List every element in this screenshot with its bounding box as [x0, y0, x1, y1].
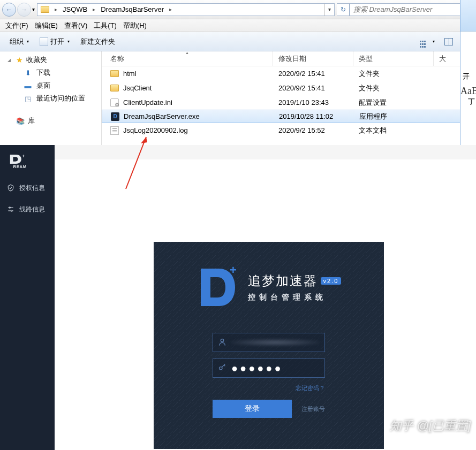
navigation-pane: ◢★收藏夹 ⬇下载 ▬桌面 ◳最近访问的位置 📚库	[0, 51, 102, 145]
column-name[interactable]: 名称▲	[102, 51, 273, 66]
svg-text:+: +	[22, 154, 25, 159]
svg-line-12	[224, 365, 225, 366]
search-box[interactable]: 🔍	[350, 3, 473, 16]
file-name: JsqLog20200902.log	[123, 126, 188, 134]
folder-icon	[110, 85, 119, 91]
file-date: 2020/9/2 15:41	[273, 84, 353, 92]
refresh-icon: ↻	[341, 6, 346, 13]
open-icon	[40, 37, 48, 46]
download-icon: ⬇	[24, 68, 32, 77]
preview-pane-toggle[interactable]	[441, 36, 457, 48]
svg-text:+: +	[230, 263, 237, 277]
organize-menu[interactable]: 组织▾	[4, 35, 34, 49]
register-link[interactable]: 注册账号	[301, 405, 325, 413]
file-row[interactable]: html2020/9/2 15:41文件夹	[102, 66, 476, 81]
svg-point-9	[221, 339, 223, 341]
column-type[interactable]: 类型	[353, 51, 434, 66]
username-value-redacted	[231, 339, 319, 346]
right-label-open: 开	[460, 70, 476, 83]
folder-icon	[41, 6, 49, 13]
sidebar-item-auth[interactable]: 授权信息	[0, 177, 55, 199]
address-dropdown[interactable]: ▾	[324, 4, 334, 16]
key-icon	[213, 363, 231, 373]
chevron-right-icon: ▸	[52, 6, 59, 12]
file-list: 名称▲ 修改日期 类型 大 html2020/9/2 15:41文件夹JsqCl…	[102, 51, 476, 145]
version-badge: v2.0	[321, 277, 342, 285]
address-bar[interactable]: ▸ JSQWB ▸ DreamJsqBarServer ▸ ▾	[37, 3, 335, 16]
app-logo: +	[197, 263, 239, 311]
desktop-icon: ▬	[24, 81, 32, 90]
pane-icon	[444, 38, 453, 45]
sidebar-item-route[interactable]: 线路信息	[0, 199, 55, 220]
svg-point-7	[11, 210, 12, 211]
menu-item[interactable]: 帮助(H)	[120, 20, 150, 32]
menu-item[interactable]: 工具(T)	[90, 20, 120, 32]
login-panel: + 追梦加速器v2.0 控制台管理系统 ●●●●●● 忘记密码？ 登录 注册账号	[154, 242, 384, 449]
dream-logo: + REAM	[0, 145, 55, 177]
nav-desktop[interactable]: ▬桌面	[0, 79, 101, 92]
file-type: 文件夹	[353, 69, 434, 79]
file-type: 应用程序	[354, 112, 434, 121]
column-date[interactable]: 修改日期	[273, 51, 353, 66]
history-dropdown[interactable]: ▾	[32, 6, 35, 12]
watermark-text: 知乎 @[已重置]	[390, 418, 471, 434]
nav-libraries[interactable]: 📚库	[0, 115, 101, 127]
shield-icon	[6, 184, 15, 192]
refresh-button[interactable]: ↻	[337, 3, 350, 16]
star-icon: ★	[16, 56, 23, 64]
back-icon: ←	[6, 6, 12, 13]
file-type: 文件夹	[353, 83, 434, 93]
view-menu[interactable]: ▾	[416, 37, 439, 46]
file-row[interactable]: ClientUpdate.ini2019/1/10 23:43配置设置	[102, 95, 476, 110]
forgot-password-link[interactable]: 忘记密码？	[213, 384, 325, 392]
dream-sidebar: + REAM 授权信息 线路信息	[0, 145, 55, 450]
breadcrumb-seg-1[interactable]: JSQWB	[59, 4, 90, 16]
file-name: html	[123, 70, 137, 78]
style-preview: AaB	[460, 83, 476, 97]
password-field[interactable]: ●●●●●●	[213, 359, 325, 378]
file-type: 文本文档	[353, 126, 434, 135]
log-icon	[110, 126, 119, 135]
back-button[interactable]: ←	[2, 3, 16, 17]
new-folder-button[interactable]: 新建文件夹	[75, 35, 120, 49]
file-name: ClientUpdate.ini	[123, 98, 172, 106]
file-name: JsqClient	[123, 84, 152, 92]
login-title: 追梦加速器v2.0	[248, 272, 342, 289]
file-type: 配置设置	[353, 98, 434, 108]
sliders-icon	[6, 205, 15, 213]
forward-button[interactable]: →	[17, 3, 31, 17]
svg-point-6	[9, 207, 10, 208]
file-row[interactable]: JsqClient2020/9/2 15:41文件夹	[102, 81, 476, 95]
right-pane-fragment: 开 AaB 丁	[460, 0, 476, 145]
svg-point-10	[220, 367, 222, 369]
username-field[interactable]	[213, 333, 325, 352]
file-row[interactable]: JsqLog20200902.log2020/9/2 15:52文本文档	[102, 123, 476, 138]
breadcrumb-seg-2[interactable]: DreamJsqBarServer	[97, 4, 167, 16]
file-row[interactable]: DDreamJsqBarServer.exe2019/10/28 11:02应用…	[102, 110, 476, 123]
right-tab[interactable]	[460, 0, 476, 32]
search-input[interactable]	[350, 4, 459, 16]
forward-icon: →	[21, 6, 27, 13]
recent-icon: ◳	[24, 94, 32, 103]
exe-icon: D	[111, 112, 119, 121]
nav-downloads[interactable]: ⬇下载	[0, 66, 101, 79]
menu-item[interactable]: 编辑(E)	[32, 20, 61, 32]
nav-favorites[interactable]: ◢★收藏夹	[0, 54, 101, 66]
chevron-right-icon: ▸	[167, 6, 174, 12]
file-date: 2020/9/2 15:41	[273, 70, 353, 78]
folder-icon	[110, 70, 119, 77]
menu-item[interactable]: 文件(F)	[2, 20, 32, 32]
password-value: ●●●●●●	[231, 364, 283, 372]
login-button[interactable]: 登录	[213, 400, 292, 418]
file-date: 2019/1/10 23:43	[273, 98, 353, 106]
svg-text:REAM: REAM	[13, 164, 26, 169]
login-subtitle: 控制台管理系统	[248, 293, 342, 302]
sidebar-item-label: 授权信息	[19, 184, 45, 193]
sidebar-item-label: 线路信息	[19, 205, 45, 214]
file-date: 2019/10/28 11:02	[274, 112, 354, 120]
open-button[interactable]: 打开▾	[34, 35, 75, 49]
file-name: DreamJsqBarServer.exe	[124, 112, 200, 120]
menu-item[interactable]: 查看(V)	[61, 20, 90, 32]
nav-recent[interactable]: ◳最近访问的位置	[0, 92, 101, 105]
user-icon	[213, 338, 231, 348]
